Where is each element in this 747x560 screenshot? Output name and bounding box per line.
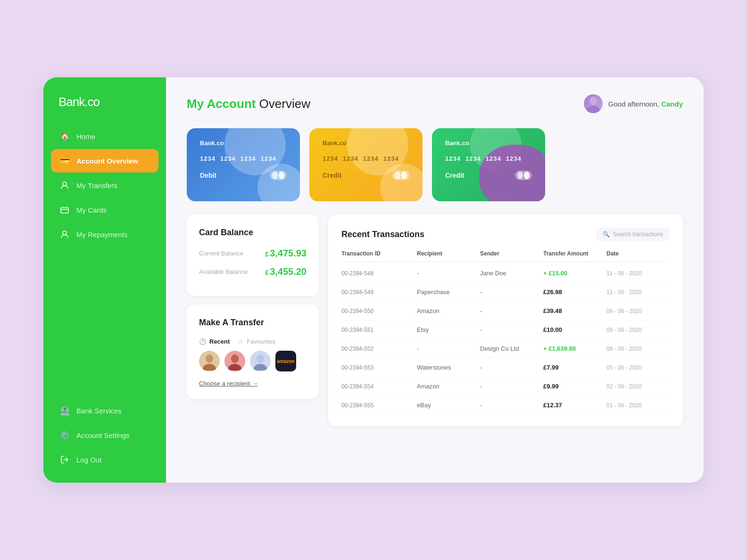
sidebar-item-my-repayments-label: My Repayments [76,231,127,239]
transfer-contact-amazon[interactable]: amazon [275,351,296,371]
cell-date: 11 - 06 - 2020 [606,270,670,277]
make-transfer-title: Make A Transfer [199,318,307,328]
bank-card-credit-green[interactable]: Bank.co 1234123412341234 Credit [432,128,545,201]
sidebar-item-my-transfers[interactable]: My Transfers [51,173,158,197]
bank-card-credit-yellow[interactable]: Bank.co 1234123412341234 Credit [309,128,423,201]
transactions-title: Recent Transactions [341,230,424,239]
svg-rect-1 [61,207,68,213]
current-balance-currency: £ [265,250,269,258]
card-number-1: 1234123412341234 [200,155,287,162]
available-balance-currency: £ [265,269,269,276]
transfer-avatars: amazon [199,351,307,371]
greeting-name: Candy [661,100,683,108]
svg-point-2 [63,231,66,235]
cell-id: 00-2394-554 [341,383,417,390]
sidebar: Bank.co 🏠 Home 💳 Account Overview My Tra… [43,77,166,483]
sidebar-item-account-overview[interactable]: 💳 Account Overview [51,149,158,173]
search-icon: 🔍 [603,231,610,238]
account-settings-icon: ⚙️ [59,430,70,440]
choose-recipient-link[interactable]: Choose a recipient → [199,380,258,387]
page-title: My Account Overview [187,97,310,111]
tab-recent-label: Recent [209,338,230,345]
table-row: 00-2394-550 Amazon - £39.48 08 - 06 - 20… [341,302,670,321]
cell-id: 00-2394-552 [341,346,417,352]
toggle-circle-6 [524,172,530,179]
cards-icon [59,205,70,215]
transfer-contact-1[interactable] [199,351,220,371]
toggle-circle-1 [272,172,278,179]
search-placeholder: Search transactions [613,231,663,238]
tab-favourites[interactable]: ☆ Favourites [238,338,275,345]
tab-favourites-label: Favourites [247,338,275,345]
make-transfer-box: Make A Transfer 🕐 Recent ☆ Favourites [187,305,319,399]
cell-id: 00-2394-551 [341,327,417,333]
sidebar-bottom: 🏦 Bank Services ⚙️ Account Settings Log … [43,399,166,471]
toggle-circle-3 [395,172,400,179]
cell-date: 01 - 06 - 2020 [606,402,670,409]
transactions-panel: Recent Transactions 🔍 Search transaction… [328,214,683,426]
card-brand-2: Bank.co [323,140,409,147]
cell-sender: - [480,402,543,409]
table-row: 00-2394-554 Amazon - £9.99 02 - 06 - 202… [341,377,670,396]
available-balance-amount: 3,455.20 [270,266,307,277]
bank-card-debit[interactable]: Bank.co 1234123412341234 Debit [187,128,300,201]
card-toggle-3[interactable] [515,171,532,180]
cell-sender: - [480,364,543,371]
card-brand-3: Bank.co [445,140,532,147]
transactions-header: Recent Transactions 🔍 Search transaction… [341,228,670,241]
available-balance-label: Available Balance [199,268,248,275]
svg-point-3 [589,97,597,105]
cell-sender: Design Co Ltd [480,345,543,352]
card-toggle-2[interactable] [392,171,409,180]
col-sender: Sender [480,250,543,257]
cell-recipient: Paperchase [417,288,480,296]
card-type-3: Credit [445,172,464,179]
card-balance-box: Card Balance Current Balance £3,475.93 A… [187,214,319,296]
transfer-contact-2[interactable] [224,351,245,371]
table-header: Transaction ID Recipient Sender Transfer… [341,250,670,262]
sidebar-item-my-repayments[interactable]: My Repayments [51,222,158,246]
card-type-1: Debit [200,172,216,179]
card-toggle-1[interactable] [270,171,287,180]
transfer-tabs: 🕐 Recent ☆ Favourites [199,338,307,345]
toggle-circle-4 [401,172,407,179]
card-footer-3: Credit [445,171,532,180]
toggle-circle-2 [279,172,284,179]
available-balance-value: £3,455.20 [265,266,307,277]
search-transactions[interactable]: 🔍 Search transactions [596,228,670,241]
table-row: 00-2394-548 - Jane Doe + £15.00 11 - 06 … [341,264,670,283]
card-number-2: 1234123412341234 [323,155,409,162]
cell-recipient: Waterstones [417,364,480,371]
table-row: 00-2394-549 Paperchase - £26.98 11 - 06 … [341,283,670,302]
svg-point-4 [587,106,600,113]
cell-sender: - [480,383,543,390]
cell-recipient: eBay [417,402,480,409]
sidebar-item-account-overview-label: Account Overview [76,157,138,165]
card-type-2: Credit [323,172,341,179]
table-row: 00-2394-553 Waterstones - £7.99 05 - 06 … [341,358,670,377]
avatar-image [584,94,603,113]
sidebar-item-home[interactable]: 🏠 Home [51,124,158,148]
svg-point-9 [257,354,264,363]
user-greeting: Good afternoon, Candy [584,94,683,113]
cell-id: 00-2394-555 [341,402,417,409]
svg-point-8 [228,364,241,371]
svg-point-7 [231,354,239,363]
tab-recent[interactable]: 🕐 Recent [199,338,230,345]
card-brand-1: Bank.co [200,140,287,147]
col-recipient: Recipient [417,250,480,257]
sidebar-item-log-out[interactable]: Log Out [51,448,158,471]
sidebar-item-account-settings[interactable]: ⚙️ Account Settings [51,423,158,447]
recent-icon: 🕐 [199,338,207,345]
cell-amount: £9.99 [543,383,606,390]
sidebar-item-bank-services[interactable]: 🏦 Bank Services [51,399,158,422]
current-balance-amount: 3,475.93 [270,248,307,258]
bank-services-icon: 🏦 [59,405,70,416]
cell-recipient: Amazon [417,383,480,390]
table-row: 00-2394-551 Etsy - £10.00 08 - 06 - 2020 [341,321,670,339]
transfer-contact-3[interactable] [250,351,271,371]
current-balance-value: £3,475.93 [265,248,307,259]
col-amount: Transfer Amount [543,250,606,257]
sidebar-item-my-cards[interactable]: My Cards [51,198,158,222]
cell-amount: £39.48 [543,307,606,314]
